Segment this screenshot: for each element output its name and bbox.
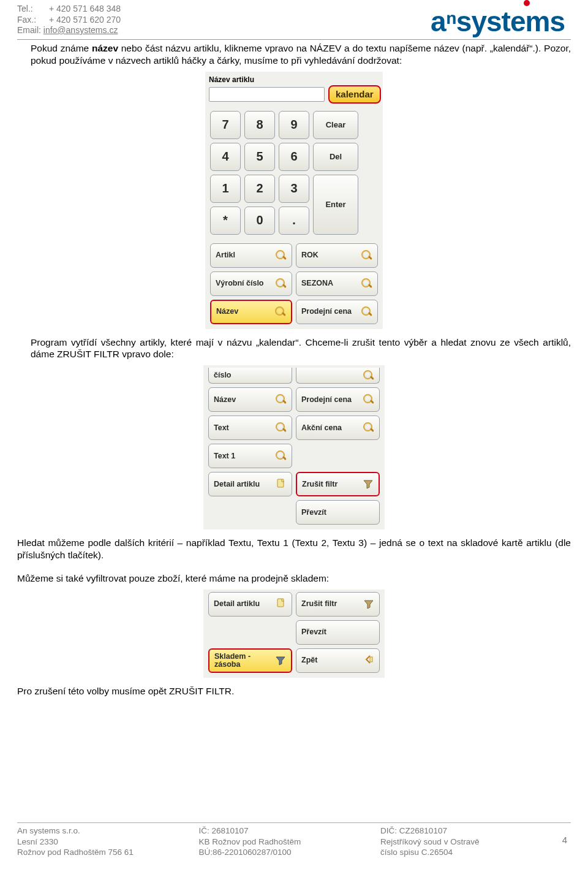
keypad-3[interactable]: 3 — [279, 175, 309, 203]
document-icon — [276, 598, 287, 610]
search-term-button[interactable]: kalendar — [328, 85, 381, 104]
filter-label: Detail artiklu — [214, 480, 260, 488]
paragraph-5: Pro zrušení této volby musíme opět ZRUŠI… — [17, 683, 571, 697]
search-icon — [276, 278, 287, 289]
footer-line: KB Rožnov pod Radhoštěm — [199, 837, 381, 848]
filter-detail-artiklu[interactable]: Detail artiklu — [208, 592, 292, 617]
keypad-del[interactable]: Del — [313, 143, 358, 171]
keypad-0[interactable]: 0 — [244, 207, 275, 235]
prevzit-button[interactable]: Převzít — [296, 620, 380, 645]
filter-rok[interactable]: ROK — [296, 243, 378, 268]
search-icon — [361, 278, 372, 289]
zpet-button[interactable]: Zpět — [296, 648, 380, 673]
keypad-dot[interactable]: . — [279, 207, 309, 235]
zrusit-filtr-button[interactable]: Zrušit filtr — [296, 472, 380, 496]
search-icon — [361, 306, 372, 317]
filter-label: Detail artiklu — [214, 600, 260, 608]
svg-rect-1 — [277, 599, 284, 607]
footer-line: Lesní 2330 — [17, 837, 199, 848]
tel-value: + 420 571 648 348 — [49, 4, 121, 13]
search-icon — [276, 394, 287, 405]
page-number: 4 — [562, 825, 571, 846]
keypad-9[interactable]: 9 — [279, 111, 309, 139]
prevzit-button[interactable]: Převzít — [296, 500, 380, 525]
logo: aⁿsystems — [431, 4, 571, 38]
empty-cell — [208, 500, 292, 525]
filter-cislo-partial[interactable]: číslo — [208, 368, 292, 384]
keypad-star[interactable]: * — [210, 207, 241, 235]
article-name-input[interactable] — [209, 87, 325, 102]
footer-line: An systems s.r.o. — [17, 825, 199, 837]
tel-label: Tel.: — [17, 4, 47, 15]
filter-vyrobni-cislo[interactable]: Výrobní číslo — [210, 271, 292, 296]
filter-label: Zrušit filtr — [301, 600, 337, 608]
search-icon — [363, 422, 374, 433]
footer-line: číslo spisu C.26504 — [380, 847, 562, 858]
search-icon — [276, 250, 287, 261]
footer-line: BÚ:86-2201060287/0100 — [199, 847, 381, 858]
filter-label: Název — [214, 396, 236, 404]
keypad-clear[interactable]: Clear — [313, 111, 358, 139]
zrusit-filtr-button[interactable]: Zrušit filtr — [296, 592, 380, 617]
paragraph-2: Program vytřídí všechny artikly, které m… — [17, 334, 571, 361]
filter-label: Prodejní cena — [301, 396, 352, 404]
funnel-icon — [275, 655, 286, 666]
keypad-7[interactable]: 7 — [210, 111, 241, 139]
paragraph-3: Hledat můžeme podle dalších kritérií – n… — [17, 534, 571, 561]
funnel-icon — [363, 479, 374, 490]
filter-artikl[interactable]: Artikl — [210, 243, 292, 268]
filter-nazev[interactable]: Název — [208, 387, 292, 412]
filter-label: Akční cena — [301, 424, 342, 432]
search-icon — [275, 306, 286, 317]
filter-text[interactable]: Text — [208, 416, 292, 440]
empty-cell — [208, 620, 292, 645]
footer-line: Rožnov pod Radhoštěm 756 61 — [17, 847, 199, 858]
fax-label: Fax.: — [17, 15, 47, 26]
input-label: Název artiklu — [205, 72, 383, 85]
keypad-6[interactable]: 6 — [279, 143, 309, 171]
filter-detail-artiklu[interactable]: Detail artiklu — [208, 472, 292, 496]
filter-label: Zrušit filtr — [302, 480, 337, 488]
filter-prodejni-cena[interactable]: Prodejní cena — [296, 300, 378, 324]
filter-label: ROK — [301, 251, 318, 259]
skladem-zasoba-button[interactable]: Skladem - zásoba — [208, 648, 292, 673]
svg-rect-0 — [277, 479, 284, 487]
keypad-8[interactable]: 8 — [244, 111, 275, 139]
email-link[interactable]: info@ansystems.cz — [43, 25, 118, 35]
page-footer: An systems s.r.o. Lesní 2330 Rožnov pod … — [17, 822, 571, 858]
search-icon — [276, 450, 287, 461]
document-icon — [276, 478, 287, 491]
filter-akcni-cena[interactable]: Akční cena — [296, 416, 380, 440]
back-icon — [363, 654, 374, 667]
funnel-icon — [363, 599, 374, 610]
footer-col-3: DIČ: CZ26810107 Rejstříkový soud v Ostra… — [380, 825, 562, 858]
filter-list-panel: číslo Název Prodejní cena Text — [17, 365, 571, 529]
filter-prodejni-cena[interactable]: Prodejní cena — [296, 387, 380, 412]
filter-nazev[interactable]: Název — [210, 300, 292, 324]
search-icon — [276, 422, 287, 433]
filter-sezona[interactable]: SEZONA — [296, 271, 378, 296]
filter-partial-right[interactable] — [296, 368, 380, 384]
empty-cell — [296, 444, 380, 468]
email-label: Email: — [17, 25, 41, 35]
paragraph-4: Můžeme si také vyfiltrovat pouze zboží, … — [17, 570, 571, 585]
filter-label: Převzít — [301, 628, 326, 636]
filter-label: Artikl — [216, 251, 235, 259]
keypad-enter[interactable]: Enter — [313, 175, 358, 235]
keypad-1[interactable]: 1 — [210, 175, 241, 203]
search-icon — [361, 250, 372, 261]
keypad-2[interactable]: 2 — [244, 175, 275, 203]
footer-line: DIČ: CZ26810107 — [380, 825, 562, 837]
filter-text-1[interactable]: Text 1 — [208, 444, 292, 468]
paragraph-1: Pokud známe název nebo část názvu artikl… — [17, 40, 571, 67]
keypad-5[interactable]: 5 — [244, 143, 275, 171]
filter-label: SEZONA — [301, 279, 333, 287]
footer-col-1: An systems s.r.o. Lesní 2330 Rožnov pod … — [17, 825, 199, 858]
search-icon — [363, 370, 374, 381]
keypad-4[interactable]: 4 — [210, 143, 241, 171]
filter-label: Název — [216, 308, 238, 316]
fax-value: + 420 571 620 270 — [49, 15, 121, 25]
footer-line: Rejstříkový soud v Ostravě — [380, 837, 562, 848]
filter-label: Zpět — [301, 656, 317, 664]
filter-label: číslo — [214, 371, 232, 379]
